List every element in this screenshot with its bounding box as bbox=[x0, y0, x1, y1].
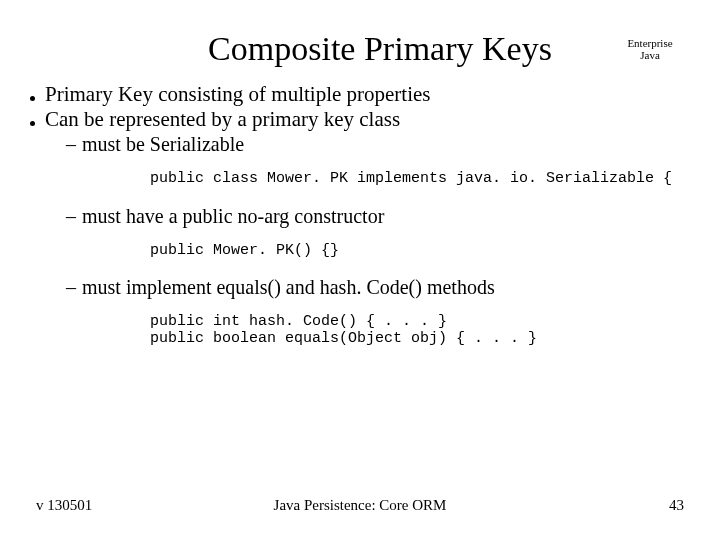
sub-2-text: must have a public no-arg constructor bbox=[82, 204, 384, 228]
bullet-2: Can be represented by a primary key clas… bbox=[30, 107, 680, 132]
slide-footer: v 130501 Java Persistence: Core ORM 43 bbox=[36, 497, 684, 514]
bullet-1: Primary Key consisting of multiple prope… bbox=[30, 82, 680, 107]
sub-3: – must implement equals() and hash. Code… bbox=[66, 275, 680, 299]
sub-2: – must have a public no-arg constructor bbox=[66, 204, 680, 228]
dash-icon: – bbox=[66, 275, 76, 299]
dash-icon: – bbox=[66, 204, 76, 228]
dash-icon: – bbox=[66, 132, 76, 156]
bullet-2-text: Can be represented by a primary key clas… bbox=[45, 107, 400, 132]
slide-content: Primary Key consisting of multiple prope… bbox=[0, 68, 720, 347]
code-2: public Mower. PK() {} bbox=[66, 242, 680, 259]
bullet-dot-icon bbox=[30, 96, 35, 101]
corner-label: Enterprise Java bbox=[620, 37, 680, 61]
footer-center: Java Persistence: Core ORM bbox=[274, 497, 447, 514]
code-1: public class Mower. PK implements java. … bbox=[66, 170, 680, 187]
sub-1-text: must be Serializable bbox=[82, 132, 244, 156]
slide-header: Composite Primary Keys Enterprise Java bbox=[0, 0, 720, 68]
sub-list: – must be Serializable public class Mowe… bbox=[30, 132, 680, 347]
bullet-1-text: Primary Key consisting of multiple prope… bbox=[45, 82, 431, 107]
footer-page: 43 bbox=[669, 497, 684, 514]
bullet-dot-icon bbox=[30, 121, 35, 126]
footer-version: v 130501 bbox=[36, 497, 92, 514]
sub-3-text: must implement equals() and hash. Code()… bbox=[82, 275, 495, 299]
code-3: public int hash. Code() { . . . } public… bbox=[66, 313, 680, 348]
sub-1: – must be Serializable bbox=[66, 132, 680, 156]
slide-title: Composite Primary Keys bbox=[140, 30, 620, 68]
